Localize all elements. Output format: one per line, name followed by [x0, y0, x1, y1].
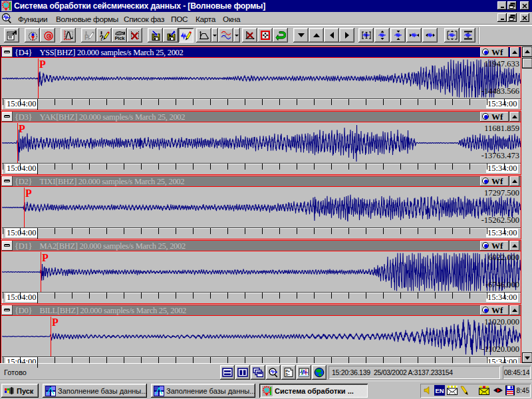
svg-text:?: ? — [99, 34, 103, 41]
svg-text:EN: EN — [435, 387, 444, 394]
svg-text:Pick: Pick — [114, 35, 125, 41]
svg-text:S−: S− — [285, 372, 290, 376]
